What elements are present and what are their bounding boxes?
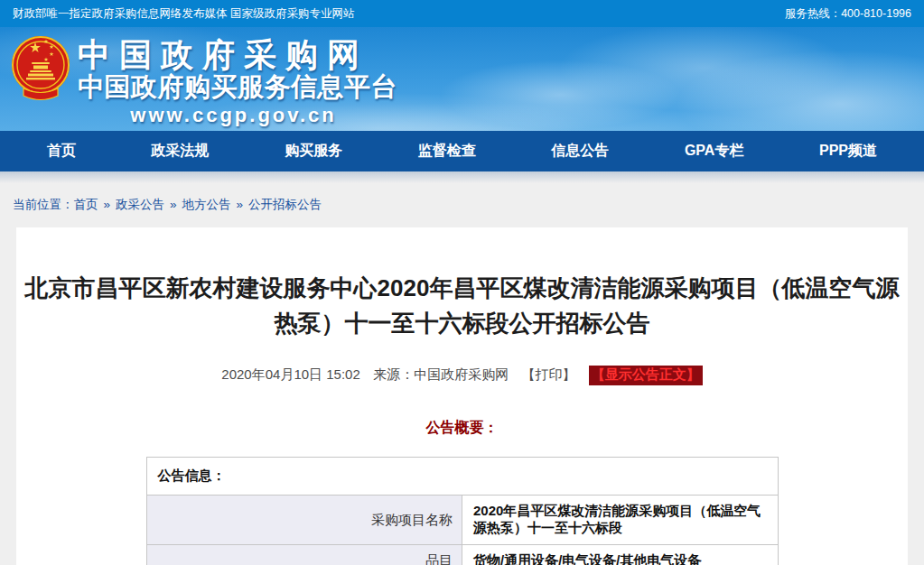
breadcrumb-item-procurement-announcements[interactable]: 政采公告: [116, 198, 164, 211]
china-national-emblem-icon: [11, 32, 70, 119]
nav-item-gpa[interactable]: GPA专栏: [685, 142, 743, 161]
breadcrumb-items: 首页»政采公告»地方公告»公开招标公告: [74, 198, 322, 211]
print-button[interactable]: 【打印】: [521, 366, 575, 382]
row-value: 2020年昌平区煤改清洁能源采购项目（低温空气源热泵）十一至十六标段: [462, 496, 779, 545]
main-nav: 首页政采法规购买服务监督检查信息公告GPA专栏PPP频道: [0, 131, 924, 171]
content-card: 北京市昌平区新农村建设服务中心2020年昌平区煤改清洁能源采购项目（低温空气源热…: [16, 227, 908, 565]
table-header-row: 公告信息：: [146, 458, 778, 496]
page-title: 北京市昌平区新农村建设服务中心2020年昌平区煤改清洁能源采购项目（低温空气源热…: [22, 271, 902, 341]
top-utility-bar: 财政部唯一指定政府采购信息网络发布媒体 国家级政府采购专业网站 服务热线：400…: [0, 0, 924, 27]
nav-item-supervision[interactable]: 监督检查: [418, 142, 476, 161]
row-label: 品目: [146, 545, 462, 565]
article-meta: 2020年04月10日 15:02 来源：中国政府采购网 【打印】 【显示公告正…: [16, 366, 908, 385]
nav-item-ppp[interactable]: PPP频道: [819, 142, 877, 161]
breadcrumb: 当前位置：首页»政采公告»地方公告»公开招标公告: [0, 183, 924, 222]
row-label: 采购项目名称: [146, 496, 462, 545]
breadcrumb-separator: »: [170, 198, 177, 211]
show-announcement-body-button[interactable]: 【显示公告正文】: [589, 366, 703, 385]
service-hotline: 服务热线：400-810-1996: [785, 6, 911, 22]
breadcrumb-separator: »: [104, 198, 111, 211]
info-table-body: 公告信息： 采购项目名称2020年昌平区煤改清洁能源采购项目（低温空气源热泵）十…: [146, 458, 778, 565]
article-source: 来源：中国政府采购网: [373, 366, 509, 382]
table-header-cell: 公告信息：: [146, 458, 778, 496]
nav-item-home[interactable]: 首页: [47, 142, 76, 161]
summary-heading: 公告概要：: [16, 419, 908, 438]
site-url: www.ccgp.gov.cn: [78, 104, 389, 127]
nav-item-purchase-services[interactable]: 购买服务: [285, 142, 342, 161]
nav-item-announcements[interactable]: 信息公告: [551, 142, 609, 161]
site-subtitle: 中国政府购买服务信息平台: [78, 72, 397, 102]
site-title: 中 国 政 府 采 购 网: [78, 38, 397, 72]
table-row: 品目货物/通用设备/电气设备/其他电气设备: [146, 545, 778, 565]
breadcrumb-item-open-tender-announcements[interactable]: 公开招标公告: [248, 198, 322, 211]
nav-shadow: [0, 171, 924, 183]
breadcrumb-item-home[interactable]: 首页: [74, 198, 98, 211]
publish-datetime: 2020年04月10日 15:02: [221, 366, 359, 382]
site-branding: 中 国 政 府 采 购 网 中国政府购买服务信息平台 www.ccgp.gov.…: [78, 38, 397, 127]
breadcrumb-item-local-announcements[interactable]: 地方公告: [182, 198, 231, 211]
row-value: 货物/通用设备/电气设备/其他电气设备: [462, 545, 779, 565]
breadcrumb-prefix: 当前位置：: [13, 198, 74, 211]
nav-item-regulations[interactable]: 政采法规: [152, 142, 210, 161]
site-tagline: 财政部唯一指定政府采购信息网络发布媒体 国家级政府采购专业网站: [13, 6, 354, 22]
announcement-info-table: 公告信息： 采购项目名称2020年昌平区煤改清洁能源采购项目（低温空气源热泵）十…: [146, 457, 779, 565]
table-row: 采购项目名称2020年昌平区煤改清洁能源采购项目（低温空气源热泵）十一至十六标段: [146, 496, 778, 545]
breadcrumb-separator: »: [237, 198, 244, 211]
site-header: 中 国 政 府 采 购 网 中国政府购买服务信息平台 www.ccgp.gov.…: [0, 27, 924, 131]
